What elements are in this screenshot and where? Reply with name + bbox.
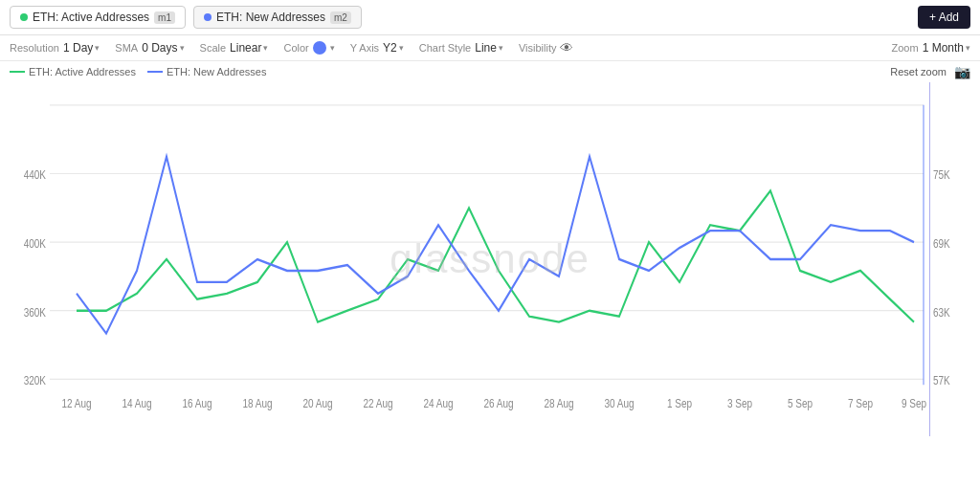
svg-text:320K: 320K [24,374,47,387]
yaxis-control: Y Axis Y2 ▾ [350,41,404,55]
zoom-value: 1 Month [923,41,964,55]
tab-active-addresses[interactable]: ETH: Active Addresses m1 [10,6,186,29]
zoom-control: Zoom 1 Month ▾ [892,41,970,55]
legend-active: ETH: Active Addresses [10,66,136,77]
yaxis-label: Y Axis [350,42,379,54]
active-addresses-dot [20,13,28,21]
legend-new-label: ETH: New Addresses [167,66,267,77]
visibility-control: Visibility 👁 [519,40,574,55]
svg-text:1 Sep: 1 Sep [667,397,692,409]
svg-text:26 Aug: 26 Aug [483,397,513,409]
tab-new-label: ETH: New Addresses [216,11,325,24]
color-picker[interactable] [313,41,326,55]
sma-value: 0 Days [142,41,177,55]
top-bar: ETH: Active Addresses m1 ETH: New Addres… [0,0,980,35]
svg-text:14 Aug: 14 Aug [122,397,151,409]
color-control: Color ▾ [283,41,334,55]
resolution-label: Resolution [10,42,59,54]
chartstyle-select[interactable]: Line ▾ [475,41,503,55]
scale-control: Scale Linear ▾ [200,41,269,55]
svg-text:75K: 75K [933,169,950,182]
svg-text:12 Aug: 12 Aug [61,397,91,409]
scale-value: Linear [230,41,261,55]
svg-text:22 Aug: 22 Aug [363,397,392,409]
svg-text:7 Sep: 7 Sep [848,397,873,409]
chart-area: glassnode 320K 360K 400K 440K 57K 63K 69… [0,82,980,436]
svg-text:18 Aug: 18 Aug [242,397,272,409]
y-axis-right-line [929,82,930,436]
legend-new: ETH: New Addresses [147,66,267,77]
chart-svg: 320K 360K 400K 440K 57K 63K 69K 75K 12 A… [0,82,980,436]
legend-active-label: ETH: Active Addresses [29,66,136,77]
add-button-label: + Add [929,11,959,24]
tab-new-addresses[interactable]: ETH: New Addresses m2 [193,6,362,29]
tab-active-badge: m1 [154,11,175,24]
legend-new-line [147,71,163,73]
reset-zoom-button[interactable]: Reset zoom [890,66,947,77]
svg-text:360K: 360K [24,306,47,319]
svg-text:28 Aug: 28 Aug [544,397,573,409]
svg-text:400K: 400K [24,237,47,250]
svg-text:5 Sep: 5 Sep [788,397,813,409]
sma-label: SMA [115,42,138,54]
visibility-eye-icon[interactable]: 👁 [560,40,573,55]
zoom-chevron: ▾ [966,43,970,53]
resolution-value: 1 Day [63,41,93,55]
zoom-select[interactable]: 1 Month ▾ [923,41,970,55]
resolution-select[interactable]: 1 Day ▾ [63,41,100,55]
scale-chevron: ▾ [263,43,268,53]
yaxis-select[interactable]: Y2 ▾ [383,41,404,55]
color-label: Color [283,42,308,54]
camera-icon[interactable]: 📷 [954,64,970,79]
resolution-chevron: ▾ [95,43,100,53]
sma-control: SMA 0 Days ▾ [115,41,184,55]
svg-text:57K: 57K [933,374,950,387]
sma-select[interactable]: 0 Days ▾ [142,41,184,55]
chart-legend: ETH: Active Addresses ETH: New Addresses [10,66,266,77]
visibility-label: Visibility [519,42,557,54]
tab-active-label: ETH: Active Addresses [33,11,149,24]
scale-label: Scale [200,42,227,54]
controls-bar: Resolution 1 Day ▾ SMA 0 Days ▾ Scale Li… [0,35,980,61]
svg-text:20 Aug: 20 Aug [302,397,332,409]
scale-select[interactable]: Linear ▾ [230,41,268,55]
new-addresses-dot [204,13,212,21]
svg-text:69K: 69K [933,237,950,250]
svg-text:440K: 440K [24,169,47,182]
active-addresses-line [77,190,914,321]
svg-text:30 Aug: 30 Aug [604,397,634,409]
yaxis-chevron: ▾ [399,43,404,53]
chartstyle-value: Line [475,41,497,55]
svg-text:24 Aug: 24 Aug [423,397,453,409]
svg-text:16 Aug: 16 Aug [182,397,212,409]
svg-text:3 Sep: 3 Sep [727,397,752,409]
svg-text:63K: 63K [933,306,950,319]
chartstyle-label: Chart Style [419,42,471,54]
sma-chevron: ▾ [180,43,185,53]
chartstyle-control: Chart Style Line ▾ [419,41,503,55]
add-button[interactable]: + Add [918,6,970,29]
color-chevron: ▾ [330,43,335,53]
chartstyle-chevron: ▾ [499,43,503,53]
yaxis-value: Y2 [383,41,397,55]
tab-new-badge: m2 [330,11,351,24]
svg-text:9 Sep: 9 Sep [902,397,926,409]
metric-tabs: ETH: Active Addresses m1 ETH: New Addres… [10,6,362,29]
zoom-label: Zoom [892,42,919,54]
new-addresses-line [77,157,914,334]
legend-active-line [10,71,25,73]
resolution-control: Resolution 1 Day ▾ [10,41,100,55]
